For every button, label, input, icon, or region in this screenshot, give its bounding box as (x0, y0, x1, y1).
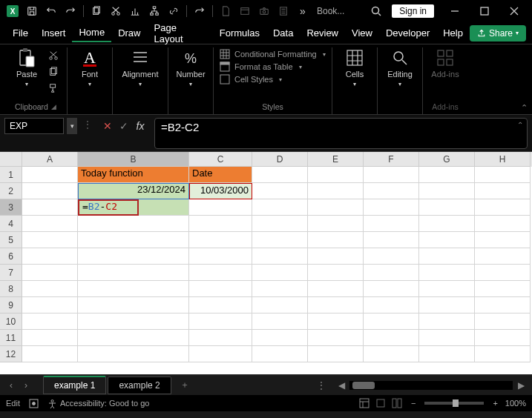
menu-file[interactable]: File (6, 24, 35, 42)
cell[interactable] (308, 216, 364, 232)
prev-sheet-icon[interactable]: ‹ (4, 380, 18, 391)
cell-A2[interactable] (22, 183, 78, 199)
new-sheet-icon[interactable] (238, 4, 252, 18)
editing-button[interactable]: Editing ▾ (384, 47, 416, 87)
search-icon[interactable] (370, 4, 383, 18)
scroll-right-icon[interactable]: ▶ (514, 380, 528, 391)
name-box[interactable] (4, 118, 64, 134)
row-header[interactable]: 7 (0, 265, 22, 281)
cells-button[interactable]: Cells ▾ (338, 47, 371, 87)
cell[interactable] (364, 216, 419, 232)
tree-icon[interactable] (148, 4, 161, 18)
select-all-cell[interactable] (0, 152, 22, 167)
cell[interactable] (189, 346, 252, 362)
undo-icon[interactable] (45, 4, 58, 18)
row-header[interactable]: 10 (0, 314, 22, 330)
cell[interactable] (419, 248, 475, 265)
menu-draw[interactable]: Draw (111, 24, 147, 42)
menu-data[interactable]: Data (266, 24, 300, 42)
cell[interactable] (252, 297, 308, 314)
zoom-in-icon[interactable]: + (493, 399, 497, 408)
cell[interactable] (78, 297, 189, 314)
conditional-formatting-button[interactable]: Conditional Formatting▾ (220, 49, 326, 59)
cell[interactable] (189, 232, 252, 248)
macro-record-icon[interactable] (29, 399, 39, 408)
cut-icon[interactable] (109, 4, 122, 18)
cell[interactable] (419, 314, 475, 330)
cell[interactable] (419, 265, 475, 281)
menu-help[interactable]: Help (436, 24, 470, 42)
cell[interactable] (419, 297, 475, 314)
cell[interactable] (364, 232, 419, 248)
row-header[interactable]: 6 (0, 248, 22, 265)
page-break-view-icon[interactable] (392, 398, 408, 408)
sheet-tab-2[interactable]: example 2 (108, 376, 171, 394)
share-button[interactable]: Share▾ (470, 25, 526, 42)
cell[interactable] (78, 248, 189, 265)
menu-home[interactable]: Home (72, 24, 111, 42)
col-header-D[interactable]: D (252, 152, 308, 167)
scroll-left-icon[interactable]: ◀ (335, 380, 348, 391)
cell[interactable] (364, 297, 419, 314)
camera-icon[interactable] (257, 4, 271, 18)
menu-formulas[interactable]: Formulas (213, 24, 266, 42)
cell-H1[interactable] (475, 167, 531, 183)
cell-G1[interactable] (419, 167, 475, 183)
cell[interactable] (22, 297, 78, 314)
page-layout-view-icon[interactable] (375, 398, 392, 408)
cell[interactable] (308, 281, 364, 297)
cell[interactable] (475, 330, 531, 346)
sheet-tab-1[interactable]: example 1 (43, 376, 106, 394)
menu-pagelayout[interactable]: Page Layout (148, 19, 213, 47)
cell[interactable] (189, 314, 252, 330)
row-header[interactable]: 4 (0, 216, 22, 232)
cell-E3[interactable] (308, 199, 364, 216)
cell[interactable] (189, 216, 252, 232)
cell[interactable] (78, 232, 189, 248)
col-header-G[interactable]: G (419, 152, 475, 167)
row-header[interactable]: 2 (0, 183, 22, 199)
cell[interactable] (419, 281, 475, 297)
addins-button[interactable]: Add-ins (429, 47, 462, 79)
cell[interactable] (475, 297, 531, 314)
cell[interactable] (22, 265, 78, 281)
cell[interactable] (22, 330, 78, 346)
cell[interactable] (475, 314, 531, 330)
cell-A1[interactable] (22, 167, 78, 183)
cell[interactable] (364, 330, 419, 346)
format-painter-icon[interactable] (46, 82, 61, 95)
cell[interactable] (419, 346, 475, 362)
cell[interactable] (475, 248, 531, 265)
cell[interactable] (475, 232, 531, 248)
cell-B3-editing[interactable]: =B2-C2 (78, 199, 139, 216)
cell[interactable] (189, 248, 252, 265)
paste-button[interactable]: Paste ▾ (10, 47, 43, 87)
cell[interactable] (308, 232, 364, 248)
cell[interactable] (475, 346, 531, 362)
enter-formula-icon[interactable]: ✓ (116, 120, 132, 132)
cell-D3[interactable] (252, 199, 308, 216)
cell-B1[interactable]: Today function (78, 167, 189, 183)
collapse-ribbon-icon[interactable]: ⌃ (521, 103, 528, 113)
normal-view-icon[interactable] (359, 398, 375, 408)
cell[interactable] (78, 281, 189, 297)
cell[interactable] (22, 281, 78, 297)
cell[interactable] (475, 265, 531, 281)
cell-E2[interactable] (308, 183, 364, 199)
cell-C1[interactable]: Date (189, 167, 252, 183)
menu-review[interactable]: Review (300, 24, 345, 42)
cell[interactable] (22, 314, 78, 330)
expand-formula-bar-icon[interactable]: ⌃ (517, 121, 523, 129)
cell[interactable] (189, 265, 252, 281)
accessibility-status[interactable]: Accessibility: Good to go (47, 399, 149, 408)
cell-B3-right[interactable] (139, 199, 189, 216)
cell[interactable] (252, 248, 308, 265)
tab-menu-icon[interactable]: ⋮ (317, 380, 326, 391)
number-button[interactable]: % Number ▾ (174, 47, 207, 87)
cell[interactable] (252, 232, 308, 248)
row-header[interactable]: 11 (0, 330, 22, 346)
cell[interactable] (252, 281, 308, 297)
cell[interactable] (78, 265, 189, 281)
cell[interactable] (252, 265, 308, 281)
minimize-button[interactable] (440, 0, 470, 22)
